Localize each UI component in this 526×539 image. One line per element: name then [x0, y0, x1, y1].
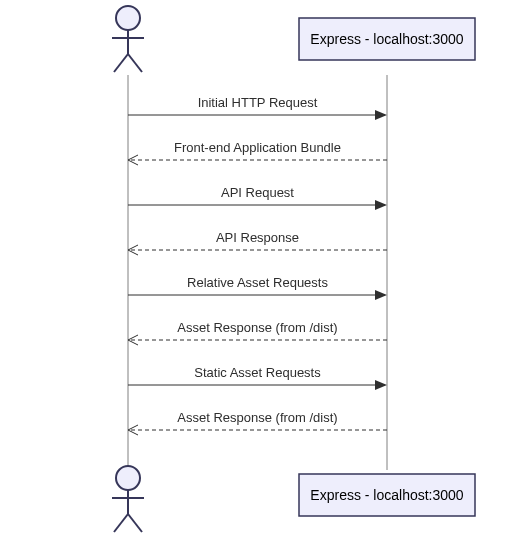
svg-line-8	[114, 514, 128, 532]
message-label-0: Initial HTTP Request	[198, 95, 318, 110]
participant-box-top: Express - localhost:3000	[299, 18, 475, 60]
message-label-5: Asset Response (from /dist)	[177, 320, 337, 335]
svg-line-9	[128, 514, 142, 532]
svg-line-4	[128, 54, 142, 72]
message-label-2: API Request	[221, 185, 294, 200]
actor-top	[112, 6, 144, 72]
arrowhead-2	[375, 200, 387, 210]
participant-label-top: Express - localhost:3000	[310, 31, 464, 47]
message-label-3: API Response	[216, 230, 299, 245]
message-label-4: Relative Asset Requests	[187, 275, 328, 290]
message-label-7: Asset Response (from /dist)	[177, 410, 337, 425]
participant-label-bottom: Express - localhost:3000	[310, 487, 464, 503]
message-label-1: Front-end Application Bundle	[174, 140, 341, 155]
message-label-6: Static Asset Requests	[194, 365, 321, 380]
arrowhead-6	[375, 380, 387, 390]
svg-point-0	[116, 6, 140, 30]
sequence-diagram: Initial HTTP RequestFront-end Applicatio…	[0, 0, 526, 539]
participant-box-bottom: Express - localhost:3000	[299, 474, 475, 516]
arrowhead-4	[375, 290, 387, 300]
actor-bottom	[112, 466, 144, 532]
svg-point-5	[116, 466, 140, 490]
arrowhead-0	[375, 110, 387, 120]
svg-line-3	[114, 54, 128, 72]
